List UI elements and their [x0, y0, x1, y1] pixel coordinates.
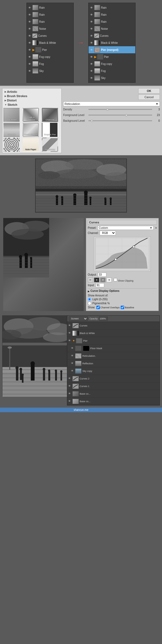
filter-thumb-photocopy[interactable]: Photocopy: [42, 138, 58, 152]
visibility-icon[interactable]: 👁: [68, 332, 72, 335]
filter-thumb-chalk-charcoal[interactable]: Chalk & Charcoal: [23, 108, 39, 122]
visibility-icon[interactable]: 👁: [28, 34, 32, 38]
final-layer-reflection[interactable]: 👁 Reflection: [67, 360, 160, 367]
selected-filter-dropdown[interactable]: Reticulation ▼: [63, 101, 160, 106]
filter-name-dropdown[interactable]: Reticulation ▼: [63, 101, 160, 106]
input-input[interactable]: [96, 283, 104, 287]
filter-thumb-halftone[interactable]: Halftone Pattern: [4, 138, 20, 152]
group-expand-icon[interactable]: ▼: [72, 339, 75, 342]
final-layer-floor-mask[interactable]: 👁 Floor Mask: [67, 345, 160, 352]
visibility-icon[interactable]: 👁: [90, 6, 93, 9]
visibility-icon[interactable]: 👁: [68, 324, 72, 327]
filter-tree-artistic[interactable]: ▶ Artistic: [4, 90, 60, 94]
filter-thumb-note-paper[interactable]: Note Paper: [23, 138, 39, 152]
layer-row[interactable]: 👁 Fog copy: [89, 60, 135, 67]
final-layer-sky-copy[interactable]: 👁 Sky copy: [67, 367, 160, 375]
layer-row[interactable]: 👁 Fog: [27, 60, 73, 67]
filter-thumb-charcoal[interactable]: Charcoal: [42, 108, 58, 122]
visibility-icon[interactable]: 👁: [28, 20, 32, 24]
filter-thumb-chrome[interactable]: Chrome: [4, 123, 20, 137]
curves-graph[interactable]: [94, 236, 151, 272]
filter-tree-brush-strokes[interactable]: ▶ Brush Strokes: [4, 94, 60, 98]
show-clipping-checkbox[interactable]: [114, 278, 117, 282]
background-slider-thumb[interactable]: [91, 120, 93, 122]
pencil-tool-button[interactable]: ✏: [88, 278, 93, 282]
visibility-icon[interactable]: 👁: [90, 62, 93, 66]
layer-row[interactable]: 👁 Fog copy: [27, 53, 73, 60]
layer-row[interactable]: 👁 Rain: [89, 4, 135, 11]
visibility-icon[interactable]: 👁: [28, 69, 32, 73]
eyedropper-gray-button[interactable]: ▾: [100, 278, 106, 282]
eyedropper-white-button[interactable]: ▾: [106, 278, 112, 282]
output-input[interactable]: [98, 273, 106, 277]
filter-thumb-conte-crayon[interactable]: Conté Crayon: [23, 123, 39, 137]
visibility-icon[interactable]: 👁: [90, 48, 93, 52]
filter-tree-distort[interactable]: ▶ Distort: [4, 98, 60, 103]
visibility-icon[interactable]: 👁: [90, 69, 93, 73]
filter-tree-sketch[interactable]: ▼ Sketch: [4, 103, 60, 107]
visibility-icon[interactable]: 👁: [28, 41, 32, 45]
layer-row[interactable]: 👁 Rain: [89, 11, 135, 18]
visibility-icon[interactable]: 👁: [68, 377, 72, 380]
visibility-icon[interactable]: 👁: [28, 48, 32, 52]
visibility-icon[interactable]: 👁: [90, 55, 93, 59]
display-options-toggle[interactable]: ▶: [88, 290, 90, 293]
layer-row[interactable]: 👁 Sky: [89, 74, 135, 81]
filter-thumb-bas-relief[interactable]: Bas Relief: [4, 108, 20, 122]
layer-row[interactable]: 👁 Rain: [27, 4, 73, 11]
preset-dropdown[interactable]: Custom ▼: [97, 226, 154, 230]
visibility-icon[interactable]: 👁: [28, 27, 32, 31]
visibility-icon[interactable]: 👁: [68, 339, 72, 342]
visibility-icon[interactable]: 👁: [90, 34, 93, 38]
layer-row[interactable]: 👁 Curves: [89, 32, 135, 39]
density-slider-thumb[interactable]: [106, 108, 109, 111]
layer-row[interactable]: 👁 Curves: [27, 32, 73, 39]
foreground-slider-thumb[interactable]: [125, 114, 127, 116]
baseline-checkbox[interactable]: [121, 306, 124, 309]
filter-thumb-graphic-pen[interactable]: Graphic Pen: [42, 123, 58, 137]
ok-button[interactable]: OK: [138, 88, 160, 94]
visibility-icon[interactable]: 👁: [90, 41, 93, 45]
visibility-icon[interactable]: 👁: [68, 400, 72, 403]
layer-row[interactable]: 👁 Noise: [89, 25, 135, 32]
light-radio[interactable]: [88, 298, 91, 301]
layer-row[interactable]: 👁 Black & White: [27, 39, 73, 46]
layer-row[interactable]: 👁 Rain: [89, 18, 135, 25]
final-layer-pier-group[interactable]: 👁 ▼ Pier: [67, 337, 160, 345]
visibility-icon[interactable]: 👁: [71, 369, 74, 373]
visibility-icon[interactable]: 👁: [68, 392, 72, 395]
final-layer-bw[interactable]: 👁 Black & White: [67, 329, 160, 337]
layer-row[interactable]: 👁 ▶ Pier: [89, 53, 135, 60]
final-layer-base1[interactable]: 👁 Base co...: [67, 390, 160, 398]
visibility-icon[interactable]: 👁: [71, 347, 74, 350]
layer-row[interactable]: 👁 Noise: [27, 25, 73, 32]
layer-row[interactable]: 👁 Fog: [89, 67, 135, 74]
visibility-icon[interactable]: 👁: [28, 62, 32, 66]
visibility-icon[interactable]: 👁: [90, 13, 93, 16]
visibility-icon[interactable]: 👁: [68, 385, 72, 388]
blend-mode-select[interactable]: Screen Normal Multiply Overlay: [69, 316, 88, 321]
layer-row[interactable]: 👁 Black & White: [89, 39, 135, 46]
density-slider[interactable]: [89, 109, 152, 110]
foreground-slider[interactable]: [89, 115, 152, 115]
channel-select[interactable]: RGB Red Green Blue: [100, 231, 116, 235]
final-layer-curves[interactable]: 👁 Curves: [67, 322, 160, 329]
layer-row[interactable]: 👁 Sky: [27, 67, 73, 74]
visibility-icon[interactable]: 👁: [90, 27, 93, 31]
layer-row[interactable]: 👁 ▶ Pier: [27, 46, 73, 53]
channel-overlays-checkbox[interactable]: [96, 306, 100, 309]
background-slider[interactable]: [89, 120, 152, 121]
visibility-icon[interactable]: 👁: [71, 362, 74, 365]
final-layer-reticulation[interactable]: 👁 Reticulation.: [67, 352, 160, 360]
pier-merged-layer-row[interactable]: 👁 ⛵ Pier (merged): [89, 46, 135, 53]
eyedropper-black-button[interactable]: ▾: [94, 278, 99, 282]
visibility-icon[interactable]: 👁: [28, 55, 32, 59]
visibility-icon[interactable]: 👁: [28, 6, 32, 9]
final-layer-curves2[interactable]: 👁 Curves 2: [67, 375, 160, 382]
preset-menu-icon[interactable]: ≡: [155, 226, 157, 229]
layer-row[interactable]: 👁 Rain: [27, 18, 73, 25]
visibility-icon[interactable]: 👁: [71, 354, 74, 358]
opacity-input[interactable]: [99, 317, 108, 321]
layer-row[interactable]: 👁 Rain: [27, 11, 73, 18]
pigment-radio[interactable]: [88, 302, 91, 305]
